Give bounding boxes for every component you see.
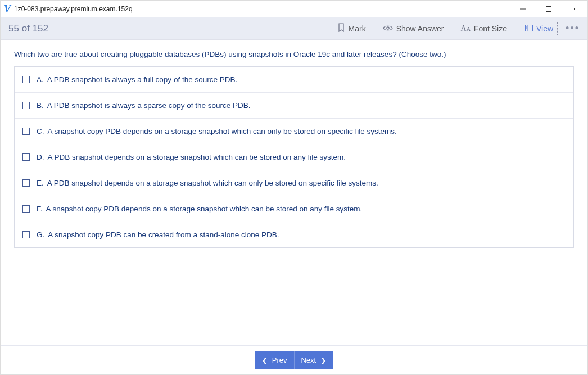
app-logo: V bbox=[4, 3, 11, 15]
option-text: A snapshot copy PDB depends on a storage… bbox=[46, 205, 363, 213]
question-text: Which two are true about creating plugga… bbox=[14, 50, 574, 58]
chevron-right-icon: ❯ bbox=[320, 356, 326, 364]
option-d[interactable]: D. A PDB snapshot depends on a storage s… bbox=[15, 144, 573, 170]
close-button[interactable] bbox=[562, 1, 587, 17]
next-button[interactable]: Next ❯ bbox=[295, 351, 333, 369]
option-text: A PDB snapshot depends on a storage snap… bbox=[48, 153, 346, 161]
svg-point-4 bbox=[386, 26, 388, 29]
content-area: Which two are true about creating plugga… bbox=[1, 40, 587, 345]
bottom-bar: ❮ Prev Next ❯ bbox=[1, 345, 587, 374]
checkbox-icon[interactable] bbox=[22, 76, 30, 83]
nav-buttons: ❮ Prev Next ❯ bbox=[255, 351, 333, 369]
titlebar: V 1z0-083.prepaway.premium.exam.152q bbox=[1, 1, 587, 17]
font-size-label: Font Size bbox=[474, 24, 507, 33]
prev-label: Prev bbox=[272, 356, 287, 364]
option-f[interactable]: F. A snapshot copy PDB depends on a stor… bbox=[15, 196, 573, 222]
view-button[interactable]: View bbox=[521, 22, 558, 35]
minimize-button[interactable] bbox=[510, 1, 536, 17]
window-controls bbox=[510, 1, 587, 17]
option-text: A snapshot copy PDB can be created from … bbox=[48, 231, 279, 239]
chevron-left-icon: ❮ bbox=[262, 356, 268, 364]
more-button[interactable]: ••• bbox=[566, 22, 580, 34]
option-text: A PDB snapshot depends on a storage snap… bbox=[47, 179, 378, 187]
option-e[interactable]: E. A PDB snapshot depends on a storage s… bbox=[15, 170, 573, 196]
prev-button[interactable]: ❮ Prev bbox=[255, 351, 295, 369]
option-c[interactable]: C. A snapshot copy PDB depends on a stor… bbox=[15, 119, 573, 144]
svg-rect-1 bbox=[546, 7, 551, 12]
progress-label: 55 of 152 bbox=[8, 23, 48, 34]
checkbox-icon[interactable] bbox=[22, 128, 30, 135]
toolbar: 55 of 152 Mark Show Answer AA Font Size … bbox=[1, 17, 587, 40]
font-size-icon: AA bbox=[461, 24, 471, 33]
option-letter: C. bbox=[37, 127, 44, 135]
window-title: 1z0-083.prepaway.premium.exam.152q bbox=[14, 5, 133, 13]
option-a[interactable]: A. A PDB snapshot is always a full copy … bbox=[15, 67, 573, 93]
view-label: View bbox=[536, 24, 553, 33]
option-letter: E. bbox=[37, 179, 44, 187]
option-text: A PDB snapshot is always a sparse copy o… bbox=[47, 101, 251, 110]
show-answer-button[interactable]: Show Answer bbox=[379, 22, 447, 35]
checkbox-icon[interactable] bbox=[22, 153, 30, 161]
view-icon bbox=[525, 24, 533, 33]
option-text: A PDB snapshot is always a full copy of … bbox=[47, 75, 237, 84]
option-letter: G. bbox=[37, 231, 44, 239]
option-g[interactable]: G. A snapshot copy PDB can be created fr… bbox=[15, 222, 573, 247]
mark-label: Mark bbox=[349, 24, 366, 33]
next-label: Next bbox=[301, 356, 316, 364]
show-answer-label: Show Answer bbox=[396, 24, 444, 33]
font-size-button[interactable]: AA Font Size bbox=[458, 22, 511, 35]
svg-rect-5 bbox=[526, 25, 533, 31]
checkbox-icon[interactable] bbox=[22, 102, 30, 109]
maximize-button[interactable] bbox=[536, 1, 562, 17]
option-b[interactable]: B. A PDB snapshot is always a sparse cop… bbox=[15, 93, 573, 119]
option-letter: F. bbox=[37, 205, 43, 213]
eye-icon bbox=[383, 24, 393, 33]
mark-button[interactable]: Mark bbox=[334, 21, 369, 36]
option-letter: A. bbox=[37, 75, 44, 84]
option-text: A snapshot copy PDB depends on a storage… bbox=[48, 127, 397, 135]
options-list: A. A PDB snapshot is always a full copy … bbox=[14, 66, 574, 248]
checkbox-icon[interactable] bbox=[22, 179, 30, 187]
bookmark-icon bbox=[337, 23, 345, 34]
option-letter: D. bbox=[37, 153, 44, 161]
checkbox-icon[interactable] bbox=[22, 205, 30, 213]
checkbox-icon[interactable] bbox=[22, 231, 30, 238]
option-letter: B. bbox=[37, 101, 44, 110]
